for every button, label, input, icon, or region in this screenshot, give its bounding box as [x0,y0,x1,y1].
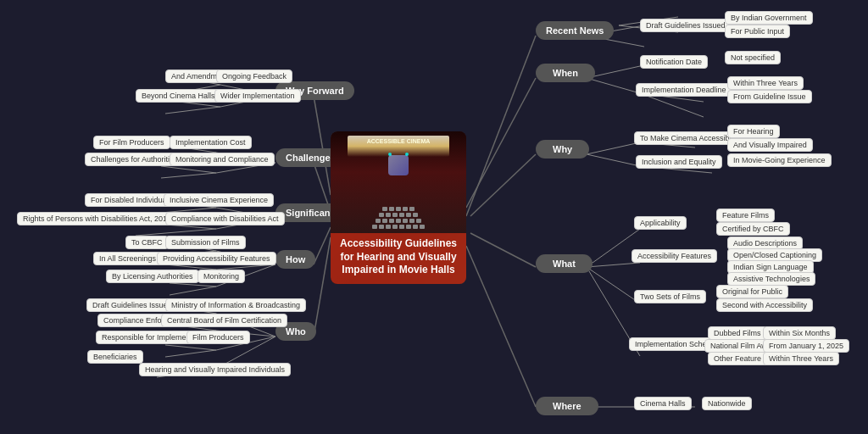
mind-map: ACCESSIBLE CINEMA Accessibility Guidelin… [0,0,868,434]
sub-hearing-visually: Hearing and Visually Impaired Individual… [139,363,291,376]
sub-compliance-disabilities: Compliance with Disabilities Act [165,212,285,225]
sub-ongoing-feedback: Ongoing Feedback [216,70,292,83]
sub-applicability: Applicability [634,216,687,230]
center-label: Accessibility Guidelines for Hearing and… [340,237,457,275]
sub-for-hearing: For Hearing [727,125,780,138]
branch-why: Why [536,140,589,159]
sub-two-sets: Two Sets of Films [634,290,706,303]
svg-line-24 [587,263,640,267]
sub-by-indian-govt: By Indian Government [725,11,813,25]
sub-certified-cbfc: Certified by CBFC [716,222,790,236]
sub-feature-films: Feature Films [716,209,775,222]
branch-recent-news: Recent News [536,21,614,40]
sub-impl-cost: Implementation Cost [170,136,252,149]
sub-for-film-producers: For Film Producers [93,136,170,149]
sub-from-guideline-issue: From Guideline Issue [727,90,812,103]
sub-second-accessibility: Second with Accessibility [716,298,813,312]
branch-where: Where [536,397,598,415]
sub-beyond-cinema: Beyond Cinema Halls [136,89,221,103]
svg-line-3 [470,233,536,267]
sub-accessibility-features: Accessibility Features [632,249,717,263]
sub-to-make-cinema: To Make Cinema Accessible [634,131,742,145]
svg-line-34 [165,107,220,114]
svg-line-15 [587,78,640,93]
sub-film-producers: Film Producers [186,331,250,344]
sub-cbfc: Central Board of Film Certification [161,314,287,327]
branch-how: How [275,250,315,269]
sub-within-three-what: Within Three Years [763,352,839,365]
sub-draft-guidelines-issuer: Draft Guidelines Issuer [86,298,176,312]
svg-line-4 [466,246,536,407]
svg-line-39 [161,166,216,173]
center-image: ACCESSIBLE CINEMA Accessibility Guidelin… [331,131,466,284]
sub-implementation-deadline: Implementation Deadline [636,83,732,97]
svg-line-8 [314,227,331,264]
center-text: Accessibility Guidelines for Hearing and… [331,231,466,284]
svg-line-64 [165,350,216,357]
sub-inclusive-cinema: Inclusive Cinema Experience [164,193,274,207]
sub-inclusion-equality: Inclusion and Equality [636,155,722,169]
svg-line-1 [466,78,536,208]
sub-dubbed-films: Dubbed Films [708,326,767,340]
sub-visually-impaired: And Visually Impaired [727,138,813,152]
sub-by-licensing: By Licensing Authorities [106,270,199,283]
svg-line-18 [587,142,640,154]
svg-line-21 [587,154,640,166]
svg-line-25 [587,267,640,303]
sub-in-all-screenings: In All Screenings [93,252,162,265]
svg-line-5 [314,96,331,195]
sub-from-jan: From January 1, 2025 [763,339,849,353]
svg-line-63 [165,345,216,350]
sub-assistive-tech: Assistive Technologies [727,272,815,286]
sub-cinema-halls: Cinema Halls [634,397,692,410]
sub-not-specified: Not specified [725,51,781,64]
cinema-art: ACCESSIBLE CINEMA [331,131,466,233]
sub-providing-accessibility: Providing Accessibility Features [157,252,276,265]
sub-rights-persons: Rights of Persons with Disabilities Act,… [17,212,177,225]
branch-what: What [536,254,593,273]
sub-notification-date: Notification Date [640,55,708,69]
sub-draft-guidelines: Draft Guidelines Issued [640,19,732,32]
sub-ministry: Ministry of Information & Broadcasting [165,298,306,312]
svg-line-55 [170,287,216,295]
sub-within-three-years-when: Within Three Years [727,76,804,90]
svg-line-54 [170,283,216,287]
branch-when: When [536,64,595,82]
sub-original-public: Original for Public [716,285,788,298]
sub-monitoring-compliance: Monitoring and Compliance [170,153,275,166]
sub-movie-going: In Movie-Going Experience [727,153,832,167]
sub-to-cbfc: To CBFC [125,236,169,249]
sub-nationwide: Nationwide [702,397,752,410]
sub-wider-impl: Wider Implementation [214,89,301,103]
svg-line-2 [470,154,536,216]
sub-within-six-months: Within Six Months [763,326,836,340]
svg-line-0 [466,36,536,216]
svg-line-46 [136,229,216,236]
svg-line-9 [314,237,331,337]
sub-submission-films: Submission of Films [165,236,246,249]
svg-line-40 [161,173,216,178]
sub-beneficiaries: Beneficiaries [87,350,143,364]
sub-monitoring: Monitoring [198,270,245,283]
sub-for-public-input: For Public Input [725,25,790,38]
svg-line-17 [640,93,704,117]
